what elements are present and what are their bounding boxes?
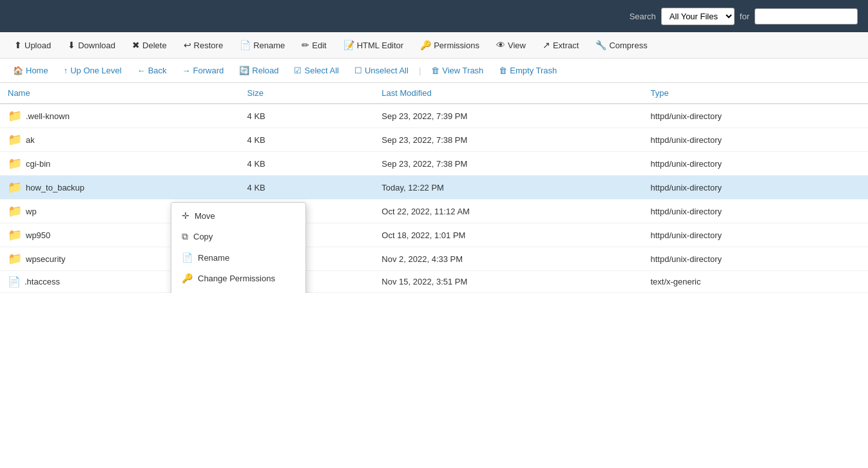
table-row[interactable]: 📁how_to_backup4 KBToday, 12:22 PMhttpd/u… bbox=[0, 176, 868, 200]
context-menu-label: Move bbox=[195, 211, 215, 221]
empty-trash-icon: 🗑 bbox=[499, 66, 507, 75]
home-button[interactable]: 🏠 Home bbox=[6, 62, 55, 79]
compress-toolbar-button[interactable]: 🔧 Compress bbox=[588, 36, 655, 54]
table-row[interactable]: 📁wp9504 KBOct 18, 2022, 1:01 PMhttpd/uni… bbox=[0, 223, 868, 247]
table-row[interactable]: 📁wpsecurity4 KBNov 2, 2022, 4:33 PMhttpd… bbox=[0, 247, 868, 271]
file-name: .well-known bbox=[26, 111, 70, 121]
toolbar: ⬆ Upload ⬇ Download ✖ Delete ↩ Restore 📄… bbox=[0, 32, 868, 59]
nav-separator: | bbox=[418, 66, 422, 75]
html-editor-icon: 📝 bbox=[343, 40, 354, 50]
reload-button[interactable]: 🔄 Reload bbox=[233, 62, 285, 79]
folder-icon: 📁 bbox=[8, 204, 22, 218]
file-modified: Today, 12:22 PM bbox=[374, 176, 642, 200]
folder-icon: 📁 bbox=[8, 109, 22, 123]
delete-button[interactable]: ✖ Delete bbox=[124, 36, 175, 54]
context-menu-item-change-permissions[interactable]: 🔑Change Permissions bbox=[171, 268, 305, 288]
extract-icon: ↗ bbox=[543, 40, 550, 50]
table-row[interactable]: 📄.htaccess281 bytesNov 15, 2022, 3:51 PM… bbox=[0, 271, 868, 293]
view-trash-button[interactable]: 🗑 View Trash bbox=[425, 62, 490, 79]
file-modified: Oct 22, 2022, 11:12 AM bbox=[374, 200, 642, 223]
folder-icon: 📁 bbox=[8, 228, 22, 242]
file-name: wpsecurity bbox=[26, 254, 65, 264]
select-all-button[interactable]: ☑ Select All bbox=[287, 62, 345, 79]
file-type: httpd/unix-directory bbox=[642, 104, 868, 128]
file-type: httpd/unix-directory bbox=[642, 247, 868, 271]
file-name-cell: 📁cgi-bin bbox=[0, 152, 240, 176]
file-manager: Name Size Last Modified Type 📁.well-know… bbox=[0, 83, 868, 293]
upload-button[interactable]: ⬆ Upload bbox=[6, 36, 59, 54]
nav-bar: 🏠 Home ↑ Up One Level ← Back → Forward 🔄… bbox=[0, 59, 868, 83]
type-column-header[interactable]: Type bbox=[642, 83, 868, 104]
context-menu-item-rename[interactable]: 📄Rename bbox=[171, 247, 305, 268]
restore-icon: ↩ bbox=[184, 40, 191, 50]
folder-icon: 📁 bbox=[8, 180, 22, 194]
view-icon: 👁 bbox=[496, 40, 505, 50]
file-modified: Nov 2, 2022, 4:33 PM bbox=[374, 247, 642, 271]
size-column-header[interactable]: Size bbox=[240, 83, 374, 104]
restore-button[interactable]: ↩ Restore bbox=[176, 36, 231, 54]
home-icon: 🏠 bbox=[13, 66, 23, 75]
name-column-header[interactable]: Name bbox=[0, 83, 240, 104]
table-row[interactable]: 📁wp4 KBOct 22, 2022, 11:12 AMhttpd/unix-… bbox=[0, 200, 868, 223]
up-icon: ↑ bbox=[64, 66, 68, 75]
view-button[interactable]: 👁 View bbox=[488, 36, 534, 54]
download-icon: ⬇ bbox=[68, 40, 75, 50]
context-menu-label: Change Permissions bbox=[198, 274, 275, 283]
rename-button[interactable]: 📄 Rename bbox=[232, 36, 293, 54]
permissions-icon: 🔑 bbox=[420, 40, 431, 50]
select-all-icon: ☑ bbox=[294, 66, 302, 75]
file-modified: Sep 23, 2022, 7:39 PM bbox=[374, 104, 642, 128]
context-menu-label: Copy bbox=[193, 232, 213, 241]
search-input[interactable] bbox=[755, 8, 858, 24]
file-name-cell: 📁ak bbox=[0, 128, 240, 152]
edit-button[interactable]: ✏ Edit bbox=[294, 36, 334, 54]
edit-icon: ✏ bbox=[302, 40, 309, 50]
empty-trash-button[interactable]: 🗑 Empty Trash bbox=[492, 62, 563, 79]
reload-icon: 🔄 bbox=[239, 66, 249, 75]
file-type: httpd/unix-directory bbox=[642, 128, 868, 152]
folder-icon: 📁 bbox=[8, 156, 22, 171]
last-modified-column-header[interactable]: Last Modified bbox=[374, 83, 642, 104]
top-bar: Search All Your Files for bbox=[0, 0, 868, 32]
file-type: httpd/unix-directory bbox=[642, 176, 868, 200]
permissions-button[interactable]: 🔑 Permissions bbox=[412, 36, 487, 54]
file-name: cgi-bin bbox=[26, 159, 50, 169]
file-size: 4 KB bbox=[240, 176, 374, 200]
view-trash-icon: 🗑 bbox=[431, 66, 439, 75]
context-menu-item-delete[interactable]: ✖Delete bbox=[171, 288, 305, 293]
move-icon: ✛ bbox=[182, 211, 189, 221]
table-header-row: Name Size Last Modified Type bbox=[0, 83, 868, 104]
up-one-level-button[interactable]: ↑ Up One Level bbox=[57, 62, 128, 79]
file-name: .htaccess bbox=[24, 277, 60, 286]
table-row[interactable]: 📁ak4 KBSep 23, 2022, 7:38 PMhttpd/unix-d… bbox=[0, 128, 868, 152]
context-menu-label: Rename bbox=[198, 253, 229, 263]
rename-icon: 📄 bbox=[182, 252, 193, 263]
download-button[interactable]: ⬇ Download bbox=[60, 36, 123, 54]
file-type: text/x-generic bbox=[642, 271, 868, 293]
copy-icon: ⧉ bbox=[182, 231, 188, 242]
html-editor-button[interactable]: 📝 HTML Editor bbox=[336, 36, 411, 54]
back-button[interactable]: ← Back bbox=[131, 62, 173, 79]
context-menu-item-copy[interactable]: ⧉Copy bbox=[171, 226, 305, 247]
extract-button[interactable]: ↗ Extract bbox=[535, 36, 586, 54]
rename-icon: 📄 bbox=[240, 40, 251, 50]
folder-icon: 📁 bbox=[8, 252, 22, 266]
file-type: httpd/unix-directory bbox=[642, 223, 868, 247]
search-scope-select[interactable]: All Your Files bbox=[661, 8, 735, 25]
file-table: Name Size Last Modified Type 📁.well-know… bbox=[0, 83, 868, 293]
unselect-all-icon: ☐ bbox=[354, 66, 362, 75]
forward-icon: → bbox=[182, 66, 191, 75]
table-row[interactable]: 📁.well-known4 KBSep 23, 2022, 7:39 PMhtt… bbox=[0, 104, 868, 128]
file-icon: 📄 bbox=[8, 276, 21, 288]
file-name: wp950 bbox=[26, 230, 50, 240]
unselect-all-button[interactable]: ☐ Unselect All bbox=[348, 62, 415, 79]
table-row[interactable]: 📁cgi-bin4 KBSep 23, 2022, 7:38 PMhttpd/u… bbox=[0, 152, 868, 176]
folder-icon: 📁 bbox=[8, 133, 22, 147]
file-type: httpd/unix-directory bbox=[642, 200, 868, 223]
file-modified: Nov 15, 2022, 3:51 PM bbox=[374, 271, 642, 293]
context-menu-item-move[interactable]: ✛Move bbox=[171, 205, 305, 226]
forward-button[interactable]: → Forward bbox=[176, 62, 231, 79]
file-type: httpd/unix-directory bbox=[642, 152, 868, 176]
for-label: for bbox=[740, 12, 749, 21]
file-modified: Sep 23, 2022, 7:38 PM bbox=[374, 152, 642, 176]
